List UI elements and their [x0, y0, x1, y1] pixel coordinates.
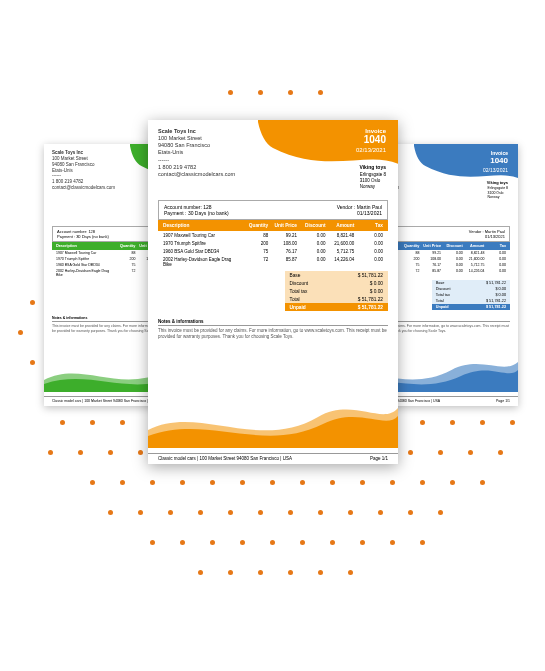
company-name: Scale Toys Inc	[158, 128, 235, 135]
table-row: 2002 Harley-Davidson Eagle Drag Bike7285…	[158, 255, 388, 268]
invoice-card-orange: Scale Toys Inc 100 Market Street 94080 S…	[148, 120, 398, 464]
invoice-heading: Invoice 1040 02/13/2021	[483, 150, 508, 173]
table-row: 1970 Triumph Spitfire200108.000.0021,600…	[158, 239, 388, 247]
company-block: Scale Toys Inc 100 Market Street 94080 S…	[158, 128, 235, 178]
client-address: Erlingsgate 8 3100 Oslo Norway	[360, 172, 386, 190]
totals: Base$ 51,781.22 Discount$ 0.00 Total tax…	[158, 271, 388, 311]
invoice-heading: Invoice 1040 02/13/2021	[356, 128, 386, 153]
table-rows: 1907 Maxwell Touring Car8899.210.008,821…	[158, 231, 388, 268]
table-header: DescriptionQuantityUnit PriceDiscountAmo…	[158, 220, 388, 231]
client-name: Viking toys	[487, 180, 508, 185]
client-address: Erlingsgate 8 3100 Oslo Norway	[488, 186, 508, 200]
table-row: 1960 BSA Gold Star DBD347576.170.005,712…	[158, 247, 388, 255]
notes: Notes & informations This invoice must b…	[158, 319, 388, 341]
table-row: 1907 Maxwell Touring Car8899.210.008,821…	[158, 231, 388, 239]
footer: Classic model cars | 100 Market Street 9…	[148, 453, 398, 461]
client-name: Viking toys	[359, 164, 386, 170]
meta-row: Account number: 128Payment : 30 Days (no…	[158, 200, 388, 220]
company-block: Scale Toys Inc 100 Market Street 94080 S…	[52, 150, 115, 191]
